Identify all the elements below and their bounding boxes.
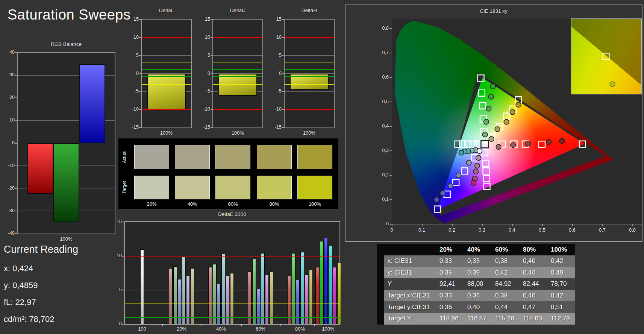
cie-y-tick bbox=[389, 126, 392, 127]
measurement-table: 20%40%60%80%100%x: CIE310,330,350,380,40… bbox=[377, 244, 575, 325]
cie-y-tick bbox=[389, 53, 392, 53]
swatch-target-100% bbox=[297, 176, 332, 199]
rgb-balance-chart[interactable]: -40-30-20-10010203040 bbox=[17, 52, 115, 234]
cie-target-square bbox=[434, 206, 441, 213]
delta-c-chart[interactable]: -15-10-5051015 bbox=[212, 19, 263, 128]
y-tick-label: 10 bbox=[124, 35, 139, 40]
table-row-label: Target y:CIE31 bbox=[384, 301, 436, 313]
swatch-column-label: 20% bbox=[134, 201, 169, 207]
gridline bbox=[213, 55, 262, 56]
y-tick bbox=[282, 55, 284, 56]
y-tick-label: -5 bbox=[267, 88, 282, 94]
cie-y-tick bbox=[389, 28, 392, 29]
y-tick bbox=[122, 222, 124, 222]
limit-line bbox=[285, 109, 334, 110]
table-cell: 0,49 bbox=[547, 267, 575, 279]
cie-measured-circle bbox=[489, 137, 494, 142]
table-cell: 0,42 bbox=[547, 255, 575, 267]
table-row-label: Y bbox=[384, 278, 436, 290]
cie-measured-circle bbox=[440, 191, 445, 196]
y-tick-label: 0 bbox=[267, 71, 282, 76]
swatch-comparison-panel: ActualTarget20%40%60%80%100% bbox=[118, 138, 338, 209]
rgb-bar-green bbox=[53, 143, 79, 222]
deltae-bar-100%-4 bbox=[333, 267, 336, 324]
table-row: Y92,4188,0084,9282,4478,70 bbox=[377, 278, 575, 290]
y-tick-label: 5 bbox=[107, 287, 122, 292]
cie-measured-circle bbox=[459, 150, 464, 155]
table-cell: 84,92 bbox=[492, 278, 520, 290]
y-tick bbox=[139, 91, 141, 92]
swatch-actual-80% bbox=[257, 145, 292, 169]
delta-h-chart[interactable]: -15-10-5051015 bbox=[284, 19, 335, 128]
cie-y-tick-label: 0 bbox=[374, 221, 389, 226]
table-cell: 0,36 bbox=[436, 301, 464, 313]
deltae-group-label: 100% bbox=[315, 326, 341, 332]
limit-line bbox=[213, 69, 262, 70]
deltae-bar-60%-0 bbox=[248, 272, 252, 324]
y-tick-label: 15 bbox=[124, 17, 139, 22]
cie-zoom-inset[interactable] bbox=[571, 18, 642, 94]
rgb-bar-blue bbox=[79, 64, 105, 143]
delta-l-chart[interactable]: -15-10-5051015 bbox=[141, 19, 192, 128]
cie-x-tick bbox=[452, 224, 453, 226]
y-tick-label: 0 bbox=[0, 140, 15, 146]
current-reading-x: x: 0,424 bbox=[4, 264, 33, 273]
swatch-actual-20% bbox=[134, 145, 169, 169]
y-tick bbox=[15, 52, 17, 53]
cie-x-tick bbox=[422, 224, 423, 226]
cie-x-tick-label: 0,8 bbox=[623, 227, 642, 233]
y-tick bbox=[211, 91, 213, 92]
rgb-balance-title: RGB Balance bbox=[25, 41, 108, 47]
y-tick-label: 40 bbox=[0, 50, 15, 55]
table-corner-cell bbox=[377, 255, 384, 267]
deltae-chart[interactable]: 05101510020%40%60%80%100% bbox=[124, 221, 340, 325]
y-tick bbox=[211, 37, 213, 38]
delta_l-bar bbox=[147, 74, 186, 110]
limit-line bbox=[142, 69, 191, 70]
current-reading-fl: fL: 22,97 bbox=[4, 298, 36, 307]
cie-measured-circle bbox=[510, 109, 515, 115]
deltae-bar-60%-1 bbox=[252, 259, 256, 324]
deltae-bar-40%-3 bbox=[221, 254, 225, 324]
cie-y-tick-label: 0,5 bbox=[374, 99, 389, 104]
deltae-bar-100%-2 bbox=[324, 238, 328, 324]
y-tick bbox=[139, 127, 141, 128]
cie-x-tick-label: 0,7 bbox=[593, 227, 612, 233]
table-cell: 0,33 bbox=[436, 255, 464, 267]
gridline bbox=[285, 91, 334, 92]
swatch-column-label: 80% bbox=[257, 201, 292, 207]
y-tick bbox=[15, 188, 17, 189]
swatch-actual-100% bbox=[297, 145, 332, 169]
cie-measured-circle bbox=[471, 180, 476, 185]
deltae-bar-40%-5 bbox=[230, 273, 234, 324]
y-tick-label: 5 bbox=[195, 53, 210, 58]
x-tick bbox=[280, 324, 281, 326]
cie-measured-circle bbox=[559, 138, 565, 144]
y-tick-label: 5 bbox=[267, 53, 282, 58]
cie-measured-circle bbox=[516, 102, 521, 108]
cie-x-tick bbox=[572, 224, 573, 226]
swatch-row-label-target: Target bbox=[122, 176, 127, 199]
swatch-actual-60% bbox=[215, 145, 250, 169]
swatch-row-label-actual: Actual bbox=[122, 146, 127, 168]
current-reading-cdm2: cd/m²: 78,702 bbox=[4, 314, 55, 324]
cie-y-tick-label: 0,2 bbox=[374, 172, 389, 178]
table-cell: 20% bbox=[436, 244, 464, 255]
delta-h-x-label: 100% bbox=[284, 130, 335, 136]
cie-target-square bbox=[483, 175, 490, 182]
swatch-target-20% bbox=[134, 176, 169, 199]
cie-target-square bbox=[579, 141, 586, 147]
limit-line bbox=[142, 37, 191, 38]
cie-y-tick bbox=[389, 175, 392, 176]
table-cell: 118,96 bbox=[436, 313, 464, 325]
y-tick-label: -15 bbox=[124, 124, 139, 130]
x-tick bbox=[314, 324, 315, 326]
deltae-bar-100%-5 bbox=[337, 263, 341, 324]
y-tick-label: -10 bbox=[195, 106, 210, 112]
y-tick-label: 0 bbox=[124, 71, 139, 76]
table-row: Target Y118,96116,87115,26114,00112,79 bbox=[377, 313, 575, 325]
cie-measured-circle bbox=[488, 94, 494, 99]
deltae-bar-20%-0 bbox=[169, 268, 173, 324]
cie-y-tick-label: 0,7 bbox=[374, 50, 389, 55]
cie-inset-target-square bbox=[602, 53, 609, 60]
